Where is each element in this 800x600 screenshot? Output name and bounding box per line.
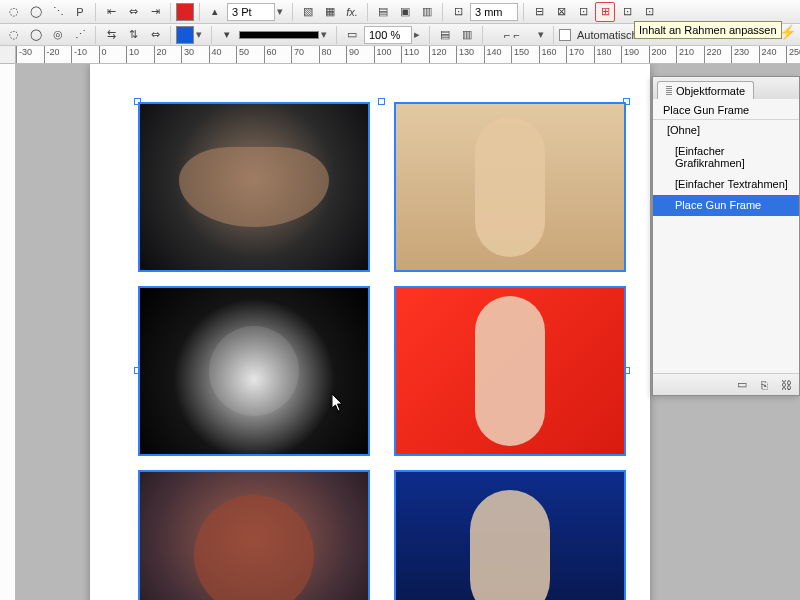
center-content-icon[interactable]: ⊡ (573, 2, 593, 22)
selection-handle-n[interactable] (378, 98, 385, 105)
document-page[interactable] (90, 64, 650, 600)
separator (292, 3, 293, 21)
stroke-none-swatch[interactable] (176, 3, 194, 21)
distribute-v-icon[interactable]: ⇅ (123, 25, 143, 45)
wrap-option-a-icon[interactable]: ▤ (435, 25, 455, 45)
panel-footer: ▭ ⎘ ⛓ (653, 373, 799, 395)
fit-content-proportionally-icon[interactable]: ⊞ (595, 2, 615, 22)
separator (170, 26, 171, 44)
drop-shadow-icon[interactable]: ▧ (298, 2, 318, 22)
path-node-icon[interactable]: ⋰ (70, 25, 90, 45)
image-frame[interactable] (138, 286, 370, 456)
text-wrap-jump-icon[interactable]: ▥ (417, 2, 437, 22)
ring-icon[interactable]: ◎ (48, 25, 68, 45)
space-icon[interactable]: ⇔ (145, 25, 165, 45)
align-right-icon[interactable]: ⇥ (145, 2, 165, 22)
align-left-icon[interactable]: ⇤ (101, 2, 121, 22)
chevron-down-icon[interactable]: ▾ (538, 28, 548, 41)
link-icon[interactable]: ⎘ (757, 378, 771, 392)
frame-fitting-options-icon[interactable]: ⊡ (639, 2, 659, 22)
ruler-tick: 60 (264, 46, 265, 63)
dotted-circle-icon[interactable]: ◯ (26, 25, 46, 45)
ruler-tick-label: 250 (789, 47, 800, 57)
ruler-tick-label: 130 (459, 47, 474, 57)
ruler-origin[interactable] (0, 46, 16, 64)
stepper-down-icon[interactable]: ▾ (217, 25, 237, 45)
ruler-tick-label: 240 (762, 47, 777, 57)
ruler-tick: 110 (401, 46, 402, 63)
opacity-icon[interactable]: ▦ (320, 2, 340, 22)
ruler-tick-label: 60 (267, 47, 277, 57)
fit-frame-to-content-icon[interactable]: ⊟ (529, 2, 549, 22)
paragraph-style-icon[interactable]: P (70, 2, 90, 22)
chevron-down-icon[interactable]: ▾ (321, 28, 331, 41)
separator (95, 3, 96, 21)
placed-image (140, 104, 368, 270)
gap-input[interactable]: 3 mm (470, 3, 518, 21)
placed-image (140, 288, 368, 454)
image-frame[interactable] (138, 470, 370, 600)
chevron-down-icon[interactable]: ▾ (196, 28, 206, 41)
ruler-tick: 30 (181, 46, 182, 63)
object-style-item[interactable]: [Ohne] (653, 120, 799, 141)
group-icon[interactable]: ◯ (26, 2, 46, 22)
object-style-item[interactable]: [Einfacher Textrahmen] (653, 174, 799, 195)
ruler-tick: 220 (704, 46, 705, 63)
ruler-tick-label: 140 (487, 47, 502, 57)
distribute-h-icon[interactable]: ⇆ (101, 25, 121, 45)
separator (211, 26, 212, 44)
zoom-input[interactable]: 100 % (364, 26, 412, 44)
separator (170, 3, 171, 21)
ruler-tick: 0 (99, 46, 100, 63)
align-center-icon[interactable]: ⇔ (123, 2, 143, 22)
ruler-tick-label: 30 (184, 47, 194, 57)
fill-swatch[interactable] (176, 26, 194, 44)
ruler-tick-label: 120 (432, 47, 447, 57)
layers-icon[interactable]: ▭ (342, 25, 362, 45)
image-frame[interactable] (394, 470, 626, 600)
ruler-tick: 230 (731, 46, 732, 63)
crop-icon[interactable]: ⊡ (448, 2, 468, 22)
image-frame[interactable] (138, 102, 370, 272)
text-wrap-none-icon[interactable]: ▤ (373, 2, 393, 22)
ruler-tick-label: 100 (377, 47, 392, 57)
ruler-tick: 40 (209, 46, 210, 63)
ruler-tick-label: 210 (679, 47, 694, 57)
stroke-weight-input[interactable]: 3 Pt (227, 3, 275, 21)
ungroup-icon[interactable]: ⋱ (48, 2, 68, 22)
folder-icon[interactable]: ▭ (735, 378, 749, 392)
placed-image (396, 104, 624, 270)
ruler-tick-label: -30 (19, 47, 32, 57)
auto-checkbox[interactable] (559, 29, 571, 41)
ruler-tick-label: 190 (624, 47, 639, 57)
stepper-up-icon[interactable]: ▴ (205, 2, 225, 22)
chevron-down-icon[interactable]: ▾ (277, 5, 287, 18)
object-styles-tab[interactable]: Objektformate (657, 81, 754, 99)
chevron-right-icon[interactable]: ▸ (414, 28, 424, 41)
effects-fx-icon[interactable]: fx. (342, 2, 362, 22)
chain-icon[interactable]: ⛓ (779, 378, 793, 392)
separator (95, 26, 96, 44)
fill-frame-proportionally-icon[interactable]: ⊡ (617, 2, 637, 22)
text-wrap-around-icon[interactable]: ▣ (395, 2, 415, 22)
vertical-ruler[interactable] (0, 64, 16, 600)
ruler-tick-label: 50 (239, 47, 249, 57)
select-all-icon[interactable]: ◌ (4, 2, 24, 22)
horizontal-ruler[interactable]: -30-20-100102030405060708090100110120130… (16, 46, 800, 64)
ruler-tick: 210 (676, 46, 677, 63)
wrap-option-b-icon[interactable]: ▥ (457, 25, 477, 45)
corner-options-icon[interactable]: ⌐ ⌐ (488, 25, 536, 45)
image-frame[interactable] (394, 102, 626, 272)
dashed-circle-icon[interactable]: ◌ (4, 25, 24, 45)
image-frame[interactable] (394, 286, 626, 456)
object-style-item[interactable]: [Einfacher Grafikrahmen] (653, 141, 799, 174)
stroke-style-preview[interactable] (239, 31, 319, 39)
object-style-item[interactable]: Place Gun Frame (653, 195, 799, 216)
fit-content-to-frame-icon[interactable]: ⊠ (551, 2, 571, 22)
placed-image (396, 472, 624, 600)
panel-subheader: Place Gun Frame (653, 99, 799, 120)
ruler-tick-label: 0 (102, 47, 107, 57)
ruler-tick-label: 40 (212, 47, 222, 57)
ruler-tick-label: 20 (157, 47, 167, 57)
ruler-tick: 90 (346, 46, 347, 63)
